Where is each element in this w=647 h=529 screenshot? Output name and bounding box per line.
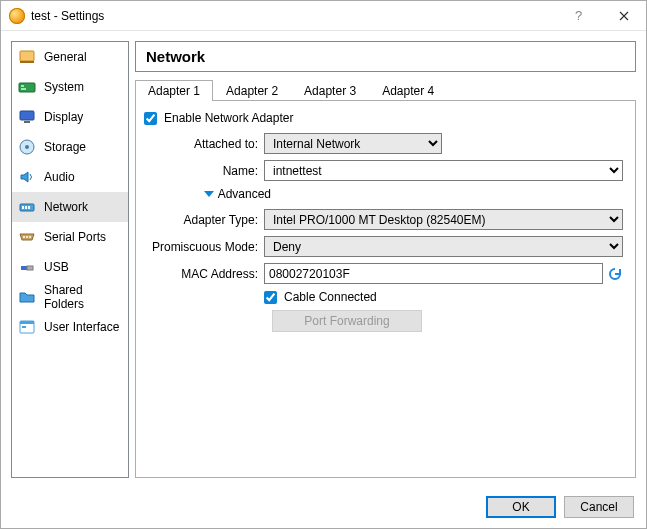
attached-to-label: Attached to: xyxy=(144,137,264,151)
svg-rect-10 xyxy=(22,206,24,209)
storage-icon xyxy=(18,138,36,156)
sidebar-item-user-interface[interactable]: User Interface xyxy=(12,312,128,342)
svg-point-14 xyxy=(26,236,28,238)
sidebar-item-system[interactable]: System xyxy=(12,72,128,102)
promiscuous-mode-select[interactable]: Deny xyxy=(264,236,623,257)
sidebar-item-general[interactable]: General xyxy=(12,42,128,72)
svg-rect-16 xyxy=(21,266,27,270)
help-button[interactable]: ? xyxy=(556,1,601,30)
tab-adapter-1[interactable]: Adapter 1 xyxy=(135,80,213,101)
sidebar-item-usb[interactable]: USB xyxy=(12,252,128,282)
tab-adapter-3[interactable]: Adapter 3 xyxy=(291,80,369,101)
svg-point-13 xyxy=(23,236,25,238)
mac-address-input[interactable] xyxy=(264,263,603,284)
svg-point-8 xyxy=(25,145,29,149)
titlebar-controls: ? xyxy=(556,1,646,30)
ok-button[interactable]: OK xyxy=(486,496,556,518)
svg-point-15 xyxy=(29,236,31,238)
port-forwarding-button: Port Forwarding xyxy=(272,310,422,332)
dialog-footer: OK Cancel xyxy=(1,488,646,528)
svg-rect-17 xyxy=(27,266,33,270)
svg-rect-3 xyxy=(21,85,24,87)
tab-adapter-4[interactable]: Adapter 4 xyxy=(369,80,447,101)
sidebar-item-label: Display xyxy=(44,110,83,124)
sidebar-item-label: Storage xyxy=(44,140,86,154)
cancel-button[interactable]: Cancel xyxy=(564,496,634,518)
sidebar-item-label: Shared Folders xyxy=(44,283,122,311)
svg-rect-5 xyxy=(20,111,34,120)
sidebar-item-storage[interactable]: Storage xyxy=(12,132,128,162)
shared-folders-icon xyxy=(18,288,36,306)
category-sidebar: General System Display Storage xyxy=(11,41,129,478)
promiscuous-mode-label: Promiscuous Mode: xyxy=(144,240,264,254)
name-combo[interactable]: intnettest xyxy=(264,160,623,181)
refresh-icon xyxy=(607,266,623,282)
attached-to-select[interactable]: Internal Network xyxy=(264,133,442,154)
sidebar-item-label: Audio xyxy=(44,170,75,184)
close-icon xyxy=(619,11,629,21)
sidebar-item-serial-ports[interactable]: Serial Ports xyxy=(12,222,128,252)
sidebar-item-label: Network xyxy=(44,200,88,214)
svg-rect-0 xyxy=(20,51,34,61)
sidebar-item-label: General xyxy=(44,50,87,64)
chevron-down-icon xyxy=(204,191,214,197)
display-icon xyxy=(18,108,36,126)
main-panel: Network Adapter 1 Adapter 2 Adapter 3 Ad… xyxy=(135,41,636,478)
system-icon xyxy=(18,78,36,96)
svg-rect-19 xyxy=(20,321,34,324)
adapter-type-label: Adapter Type: xyxy=(144,213,264,227)
mac-address-label: MAC Address: xyxy=(144,267,264,281)
refresh-mac-button[interactable] xyxy=(607,266,623,282)
titlebar: test - Settings ? xyxy=(1,1,646,31)
dialog-body: General System Display Storage xyxy=(1,31,646,488)
network-icon xyxy=(18,198,36,216)
sidebar-item-label: User Interface xyxy=(44,320,119,334)
sidebar-item-label: USB xyxy=(44,260,69,274)
enable-adapter-row: Enable Network Adapter xyxy=(144,111,623,125)
settings-window: test - Settings ? General System xyxy=(0,0,647,529)
svg-rect-12 xyxy=(28,206,30,209)
enable-adapter-label: Enable Network Adapter xyxy=(164,111,293,125)
app-icon xyxy=(9,8,25,24)
svg-rect-20 xyxy=(22,326,26,328)
adapter-panel: Enable Network Adapter Attached to: Inte… xyxy=(135,100,636,478)
advanced-toggle[interactable]: Advanced xyxy=(144,187,271,201)
enable-adapter-checkbox[interactable] xyxy=(144,112,157,125)
cable-connected-label: Cable Connected xyxy=(284,290,377,304)
svg-rect-6 xyxy=(24,121,30,123)
adapter-tabs: Adapter 1 Adapter 2 Adapter 3 Adapter 4 xyxy=(135,78,636,100)
close-button[interactable] xyxy=(601,1,646,30)
svg-rect-2 xyxy=(19,83,35,92)
cable-connected-checkbox[interactable] xyxy=(264,291,277,304)
svg-rect-1 xyxy=(20,61,34,63)
advanced-label: Advanced xyxy=(218,187,271,201)
sidebar-item-display[interactable]: Display xyxy=(12,102,128,132)
svg-rect-11 xyxy=(25,206,27,209)
user-interface-icon xyxy=(18,318,36,336)
usb-icon xyxy=(18,258,36,276)
sidebar-item-audio[interactable]: Audio xyxy=(12,162,128,192)
page-title: Network xyxy=(135,41,636,72)
window-title: test - Settings xyxy=(31,9,104,23)
sidebar-item-network[interactable]: Network xyxy=(12,192,128,222)
general-icon xyxy=(18,48,36,66)
svg-rect-4 xyxy=(21,88,26,90)
audio-icon xyxy=(18,168,36,186)
sidebar-item-label: Serial Ports xyxy=(44,230,106,244)
sidebar-item-shared-folders[interactable]: Shared Folders xyxy=(12,282,128,312)
serial-ports-icon xyxy=(18,228,36,246)
sidebar-item-label: System xyxy=(44,80,84,94)
tab-adapter-2[interactable]: Adapter 2 xyxy=(213,80,291,101)
adapter-type-select[interactable]: Intel PRO/1000 MT Desktop (82540EM) xyxy=(264,209,623,230)
name-label: Name: xyxy=(144,164,264,178)
